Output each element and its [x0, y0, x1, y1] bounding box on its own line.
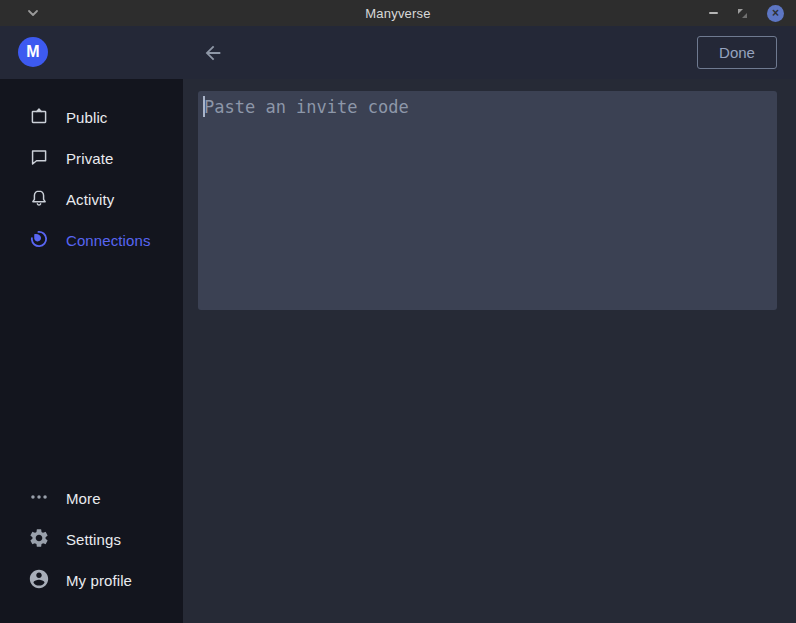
sidebar: Public Private Activity: [0, 79, 183, 623]
app-body: Public Private Activity: [0, 79, 796, 623]
app-header: M Done: [0, 26, 796, 79]
back-arrow-icon[interactable]: [202, 42, 224, 64]
minimize-icon[interactable]: [709, 12, 718, 14]
sidebar-item-label: More: [66, 490, 101, 507]
sidebar-item-label: My profile: [66, 572, 132, 589]
sidebar-item-my-profile[interactable]: My profile: [0, 560, 183, 601]
invite-input-wrapper: [198, 91, 777, 310]
sidebar-item-settings[interactable]: Settings: [0, 519, 183, 560]
gear-icon: [28, 527, 50, 553]
main-content: [183, 79, 796, 623]
sidebar-item-label: Public: [66, 109, 107, 126]
bell-icon: [28, 187, 50, 213]
sidebar-item-more[interactable]: More: [0, 478, 183, 519]
restore-icon[interactable]: [738, 9, 747, 18]
message-icon: [28, 146, 50, 172]
window-controls: ×: [709, 0, 784, 26]
dots-horizontal-icon: [28, 486, 50, 512]
sidebar-item-private[interactable]: Private: [0, 138, 183, 179]
sidebar-item-connections[interactable]: Connections: [0, 220, 183, 261]
close-icon[interactable]: ×: [767, 5, 784, 22]
connections-gauge-icon: [28, 228, 50, 254]
sidebar-item-activity[interactable]: Activity: [0, 179, 183, 220]
window-title: Manyverse: [0, 6, 796, 21]
account-circle-icon: [28, 568, 50, 594]
os-titlebar: Manyverse ×: [0, 0, 796, 26]
sidebar-item-public[interactable]: Public: [0, 97, 183, 138]
invite-code-input[interactable]: [198, 91, 777, 310]
sidebar-item-label: Settings: [66, 531, 121, 548]
sidebar-item-label: Connections: [66, 232, 151, 249]
bulletin-board-icon: [28, 105, 50, 131]
sidebar-spacer: [0, 261, 183, 478]
manyverse-logo: M: [18, 37, 48, 67]
sidebar-item-label: Activity: [66, 191, 114, 208]
app-window: Manyverse × M Done: [0, 0, 796, 623]
done-button[interactable]: Done: [697, 36, 777, 69]
sidebar-item-label: Private: [66, 150, 113, 167]
